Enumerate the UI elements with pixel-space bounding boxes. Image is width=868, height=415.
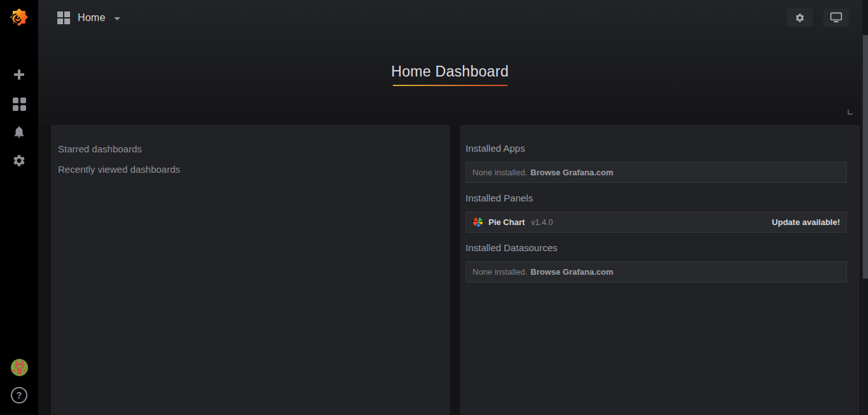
dashboard-picker[interactable]: Home <box>57 11 120 24</box>
plugin-name[interactable]: Pie Chart <box>488 217 525 227</box>
navbar: Home <box>38 0 862 35</box>
sidebar-item-configuration[interactable] <box>0 152 38 170</box>
sidebar-item-profile[interactable] <box>0 358 38 376</box>
dashboards-grid-icon <box>13 98 26 111</box>
chevron-down-icon <box>114 17 120 20</box>
datasources-browse-link[interactable]: Browse Grafana.com <box>530 267 613 277</box>
recent-dashboards-header: Recently viewed dashboards <box>58 164 443 175</box>
grafana-app: ? Home Hom <box>0 0 868 415</box>
installed-panels-title: Installed Panels <box>466 193 847 203</box>
help-glyph: ? <box>17 390 22 400</box>
cycle-view-mode-button[interactable] <box>823 8 849 27</box>
plus-icon <box>13 68 25 81</box>
bell-icon <box>12 124 26 140</box>
sidebar-item-help[interactable]: ? <box>0 386 38 404</box>
pie-chart-plugin-row[interactable]: Pie Chart v1.4.0 Update available! <box>466 212 847 233</box>
title-underline <box>393 85 508 86</box>
scrollbar-track[interactable] <box>862 0 868 415</box>
grafana-logo[interactable] <box>0 3 38 32</box>
navbar-actions <box>787 8 849 27</box>
breadcrumb[interactable]: Home <box>78 12 105 24</box>
plugin-update-link[interactable]: Update available! <box>772 217 840 227</box>
plugins-panel: Installed Apps None installed. Browse Gr… <box>460 125 860 415</box>
installed-datasources-title: Installed Datasources <box>466 242 847 253</box>
pie-chart-icon <box>473 217 483 228</box>
avatar <box>11 359 28 376</box>
dashboards-panel: Starred dashboards Recently viewed dashb… <box>51 125 450 415</box>
gear-icon <box>12 154 26 168</box>
apps-empty-text: None installed. <box>473 168 527 177</box>
apps-browse-link[interactable]: Browse Grafana.com <box>530 168 613 177</box>
monitor-icon <box>830 12 843 23</box>
plugin-version: v1.4.0 <box>531 218 553 227</box>
installed-apps-title: Installed Apps <box>466 143 847 154</box>
sidebar-item-create[interactable] <box>0 66 38 83</box>
installed-apps-box: None installed. Browse Grafana.com <box>466 162 847 183</box>
scrollbar-thumb[interactable] <box>863 35 868 279</box>
panel-resize-handle-icon[interactable] <box>848 110 853 115</box>
grafana-logo-icon <box>6 3 32 31</box>
starred-dashboards-header: Starred dashboards <box>58 144 443 154</box>
dashboard-settings-button[interactable] <box>787 8 813 27</box>
sidebar: ? <box>0 0 38 415</box>
grid-icon <box>57 11 70 24</box>
page-title: Home Dashboard <box>38 63 862 80</box>
sidebar-item-dashboards[interactable] <box>0 96 38 112</box>
help-icon: ? <box>11 387 27 404</box>
sidebar-item-alerting[interactable] <box>0 124 38 140</box>
datasources-empty-text: None installed. <box>473 267 527 277</box>
dashboard-title-block: Home Dashboard <box>38 63 862 86</box>
installed-datasources-box: None installed. Browse Grafana.com <box>466 261 847 282</box>
gear-icon <box>795 13 805 23</box>
